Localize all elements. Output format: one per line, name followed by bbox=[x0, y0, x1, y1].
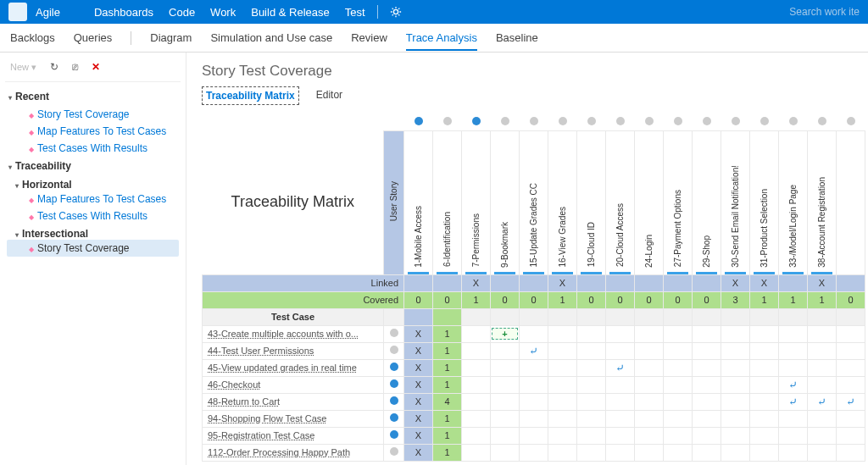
tree-item[interactable]: Test Cases With Results bbox=[7, 208, 179, 224]
matrix-cell[interactable] bbox=[491, 444, 520, 461]
matrix-cell[interactable] bbox=[577, 376, 606, 393]
link-icon[interactable]: ⤶ bbox=[788, 396, 798, 408]
matrix-cell[interactable] bbox=[520, 325, 548, 342]
column-header[interactable]: 33-/Model/Login Page bbox=[779, 130, 808, 274]
column-header[interactable] bbox=[837, 130, 865, 274]
add-link-icon[interactable]: + bbox=[492, 328, 518, 340]
test-case-link[interactable]: 112-Order Processing Happy Path bbox=[203, 444, 384, 461]
matrix-cell[interactable] bbox=[462, 376, 491, 393]
matrix-cell[interactable] bbox=[664, 444, 693, 461]
link-icon[interactable]: ⤶ bbox=[846, 396, 855, 408]
matrix-cell[interactable] bbox=[664, 342, 693, 359]
column-header[interactable]: 29-Shop bbox=[693, 130, 721, 274]
matrix-cell[interactable] bbox=[779, 410, 808, 427]
matrix-cell[interactable] bbox=[693, 444, 721, 461]
matrix-cell[interactable] bbox=[520, 410, 548, 427]
test-case-link[interactable]: 44-Test User Permissions bbox=[203, 342, 384, 359]
column-header[interactable]: 16-View Grades bbox=[548, 130, 577, 274]
matrix-cell[interactable] bbox=[577, 444, 606, 461]
link-icon[interactable]: ⤶ bbox=[817, 396, 826, 408]
matrix-cell[interactable] bbox=[635, 376, 664, 393]
matrix-cell[interactable] bbox=[635, 342, 664, 359]
gear-icon[interactable] bbox=[390, 6, 402, 18]
matrix-cell[interactable] bbox=[837, 427, 865, 444]
matrix-cell[interactable] bbox=[548, 342, 577, 359]
matrix-cell[interactable] bbox=[808, 325, 837, 342]
matrix-cell[interactable] bbox=[606, 410, 635, 427]
matrix-cell[interactable] bbox=[664, 410, 693, 427]
row-dot[interactable] bbox=[384, 444, 404, 461]
matrix-cell[interactable] bbox=[606, 376, 635, 393]
column-header[interactable]: 31-Product Selection bbox=[750, 130, 779, 274]
matrix-cell[interactable] bbox=[721, 325, 750, 342]
matrix-cell[interactable] bbox=[548, 393, 577, 410]
subnav-backlogs[interactable]: Backlogs bbox=[10, 31, 55, 44]
matrix-cell[interactable] bbox=[635, 427, 664, 444]
column-dot[interactable] bbox=[837, 113, 865, 130]
menu-test[interactable]: Test bbox=[345, 6, 365, 19]
test-case-link[interactable]: 94-Shopping Flow Test Case bbox=[203, 410, 384, 427]
matrix-cell[interactable] bbox=[606, 393, 635, 410]
tree-item-selected[interactable]: Story Test Coverage bbox=[7, 240, 179, 257]
matrix-cell[interactable] bbox=[750, 325, 779, 342]
matrix-cell[interactable] bbox=[721, 444, 750, 461]
subnav-trace[interactable]: Trace Analysis bbox=[406, 31, 477, 51]
column-header[interactable]: 7-Permissions bbox=[462, 130, 491, 274]
matrix-cell[interactable] bbox=[693, 342, 721, 359]
menu-code[interactable]: Code bbox=[169, 6, 195, 19]
group-horizontal[interactable]: Horizontal bbox=[7, 175, 179, 191]
matrix-cell[interactable] bbox=[520, 444, 548, 461]
test-case-link[interactable]: 43-Create multiple accounts with o... bbox=[203, 325, 384, 342]
matrix-cell[interactable] bbox=[548, 427, 577, 444]
matrix-cell[interactable] bbox=[491, 342, 520, 359]
matrix-cell[interactable] bbox=[837, 376, 865, 393]
matrix-cell[interactable] bbox=[779, 325, 808, 342]
menu-dashboards[interactable]: Dashboards bbox=[94, 6, 153, 19]
matrix-cell[interactable] bbox=[548, 359, 577, 376]
matrix-cell[interactable] bbox=[606, 427, 635, 444]
matrix-cell[interactable] bbox=[577, 325, 606, 342]
column-header[interactable]: 30-Send Email Notification! bbox=[721, 130, 750, 274]
matrix-cell[interactable] bbox=[520, 359, 548, 376]
matrix-cell[interactable] bbox=[606, 444, 635, 461]
matrix-cell[interactable] bbox=[837, 410, 865, 427]
matrix-cell[interactable] bbox=[750, 342, 779, 359]
matrix-cell[interactable] bbox=[693, 427, 721, 444]
matrix-cell[interactable] bbox=[721, 393, 750, 410]
matrix-cell[interactable] bbox=[606, 325, 635, 342]
matrix-cell[interactable] bbox=[808, 444, 837, 461]
matrix-cell[interactable] bbox=[462, 427, 491, 444]
matrix-cell[interactable] bbox=[721, 410, 750, 427]
matrix-cell[interactable] bbox=[577, 410, 606, 427]
matrix-cell[interactable] bbox=[750, 376, 779, 393]
column-header[interactable]: 19-Cloud ID bbox=[577, 130, 606, 274]
matrix-cell[interactable] bbox=[664, 325, 693, 342]
matrix-cell[interactable] bbox=[635, 410, 664, 427]
column-header[interactable]: 9-Bookmark bbox=[491, 130, 520, 274]
column-header[interactable]: 24-Login bbox=[635, 130, 664, 274]
row-dot[interactable] bbox=[384, 325, 404, 342]
matrix-cell[interactable] bbox=[520, 393, 548, 410]
matrix-cell[interactable] bbox=[462, 359, 491, 376]
matrix-cell[interactable] bbox=[664, 376, 693, 393]
column-header[interactable]: 27-Payment Options bbox=[664, 130, 693, 274]
matrix-cell[interactable]: + bbox=[491, 325, 520, 342]
link-icon[interactable]: ⤶ bbox=[615, 362, 625, 374]
column-dot[interactable] bbox=[577, 113, 606, 130]
matrix-cell[interactable]: ⤶ bbox=[520, 342, 548, 359]
matrix-cell[interactable] bbox=[462, 444, 491, 461]
matrix-cell[interactable] bbox=[520, 376, 548, 393]
matrix-cell[interactable] bbox=[491, 393, 520, 410]
matrix-cell[interactable] bbox=[721, 427, 750, 444]
matrix-cell[interactable] bbox=[837, 342, 865, 359]
matrix-cell[interactable] bbox=[808, 427, 837, 444]
menu-build[interactable]: Build & Release bbox=[251, 6, 330, 19]
matrix-cell[interactable]: ⤶ bbox=[779, 393, 808, 410]
row-dot[interactable] bbox=[384, 410, 404, 427]
group-recent[interactable]: Recent bbox=[7, 87, 179, 106]
matrix-cell[interactable] bbox=[606, 342, 635, 359]
test-case-link[interactable]: 46-Checkout bbox=[203, 376, 384, 393]
new-button[interactable]: New ▾ bbox=[10, 62, 36, 73]
matrix-cell[interactable] bbox=[491, 410, 520, 427]
column-dot[interactable] bbox=[635, 113, 664, 130]
